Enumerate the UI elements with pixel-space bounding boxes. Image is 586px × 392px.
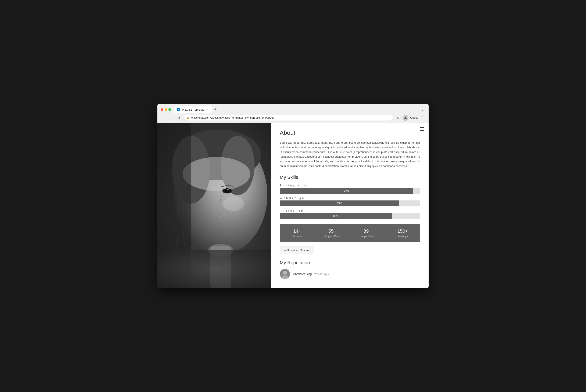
stat-label: Partners <box>282 235 313 238</box>
hamburger-line-3 <box>420 130 424 131</box>
skill-bar-fill: 80% <box>280 213 392 219</box>
hamburger-menu[interactable] <box>420 127 424 131</box>
download-resume-button[interactable]: ⬇ Download Resume <box>280 246 314 254</box>
stat-item: 150+Meetings <box>385 224 420 242</box>
tab-menu-button[interactable]: ⌄ <box>420 107 425 112</box>
skill-name: P h o t o g r a p h y <box>280 184 420 187</box>
main-content: About Some text about me. Some text abou… <box>271 123 429 288</box>
svg-point-15 <box>219 200 220 201</box>
page-content: About Some text about me. Some text abou… <box>157 123 429 288</box>
close-traffic-light[interactable] <box>161 108 163 111</box>
tab-favicon: W <box>177 108 180 111</box>
svg-point-14 <box>230 198 230 199</box>
search-icon[interactable]: ⌕ <box>395 115 401 121</box>
skill-bar-label: 80% <box>333 215 339 218</box>
svg-point-16 <box>226 197 227 198</box>
skill-item: P h o t o g r a p h y95% <box>280 184 420 194</box>
skill-bar-container: 95% <box>280 188 420 194</box>
about-text: Some text about me. Some text about me. … <box>280 140 420 169</box>
svg-point-8 <box>225 188 229 192</box>
stat-label: Meetings <box>387 235 418 238</box>
svg-rect-20 <box>157 250 271 288</box>
svg-point-6 <box>183 157 250 191</box>
skills-title: My Skills <box>280 174 420 180</box>
stat-item: 55+Projects Done <box>315 224 350 242</box>
browser-toolbar: ← → ↺ 🔒 w3schools.com/w3css/tryw3css_tem… <box>157 113 429 123</box>
more-options-icon[interactable]: ⋮ <box>419 115 425 121</box>
tab-bar: W W3.CSS Template × + ⌄ <box>174 106 425 113</box>
svg-point-22 <box>283 271 287 274</box>
svg-point-9 <box>227 189 229 190</box>
stats-row: 14+Partners55+Projects Done89+Happy Clie… <box>280 224 420 242</box>
reputation-title: My Reputation <box>280 260 420 266</box>
stat-item: 14+Partners <box>280 224 315 242</box>
skill-item: P h o t o s h o p80% <box>280 209 420 219</box>
traffic-lights <box>161 108 171 111</box>
skill-bar-container: 80% <box>280 213 420 219</box>
lock-icon: 🔒 <box>186 116 190 119</box>
forward-button[interactable]: → <box>168 115 174 121</box>
reputation-avatar <box>280 269 290 279</box>
stat-number: 89+ <box>352 228 383 234</box>
reputation-role: Web Designer <box>314 273 331 276</box>
hamburger-line-1 <box>420 127 424 128</box>
skill-name: P h o t o s h o p <box>280 209 420 212</box>
portrait-section <box>157 123 271 288</box>
browser-chrome: W W3.CSS Template × + ⌄ ← → ↺ 🔒 w3school… <box>157 104 429 123</box>
toolbar-right: ⌕ Guest ⋮ <box>395 115 425 121</box>
back-button[interactable]: ← <box>161 115 167 121</box>
stat-item: 89+Happy Clients <box>350 224 385 242</box>
stat-label: Happy Clients <box>352 235 383 238</box>
minimize-traffic-light[interactable] <box>165 108 167 111</box>
svg-point-0 <box>405 116 406 118</box>
svg-point-12 <box>228 201 228 202</box>
refresh-button[interactable]: ↺ <box>176 115 182 121</box>
hamburger-line-2 <box>420 129 424 129</box>
stat-number: 14+ <box>282 228 313 234</box>
skills-container: P h o t o g r a p h y95%W e b D e s i g … <box>280 184 420 219</box>
browser-titlebar: W W3.CSS Template × + ⌄ <box>157 104 429 113</box>
skill-name: W e b D e s i g n <box>280 197 420 200</box>
new-tab-button[interactable]: + <box>213 107 218 112</box>
svg-point-11 <box>225 199 225 200</box>
url-text: w3schools.com/w3css/tryw3css_templates_b… <box>191 116 390 119</box>
user-label: Guest <box>410 116 418 119</box>
skill-bar-container: 85% <box>280 200 420 206</box>
reputation-item: Chandler Bing Web Designer <box>280 269 420 279</box>
svg-point-10 <box>223 196 244 211</box>
stat-number: 150+ <box>387 228 418 234</box>
stat-label: Projects Done <box>317 235 348 238</box>
svg-point-13 <box>222 202 223 203</box>
stat-number: 55+ <box>317 228 348 234</box>
active-tab[interactable]: W W3.CSS Template × <box>174 106 212 113</box>
reputation-info: Chandler Bing Web Designer <box>293 272 331 276</box>
skill-bar-label: 95% <box>344 189 349 192</box>
skill-item: W e b D e s i g n85% <box>280 197 420 206</box>
address-bar[interactable]: 🔒 w3schools.com/w3css/tryw3css_templates… <box>184 115 393 121</box>
skill-bar-label: 85% <box>337 202 342 205</box>
browser-window: W W3.CSS Template × + ⌄ ← → ↺ 🔒 w3school… <box>157 104 429 288</box>
maximize-traffic-light[interactable] <box>168 108 171 111</box>
user-avatar[interactable] <box>403 115 409 121</box>
about-title: About <box>280 130 420 136</box>
skill-bar-fill: 85% <box>280 200 399 206</box>
portrait-image <box>157 123 271 288</box>
tab-title: W3.CSS Template <box>182 108 204 111</box>
skill-bar-fill: 95% <box>280 188 413 194</box>
tab-close-button[interactable]: × <box>206 108 209 111</box>
reputation-name: Chandler Bing <box>293 272 312 276</box>
